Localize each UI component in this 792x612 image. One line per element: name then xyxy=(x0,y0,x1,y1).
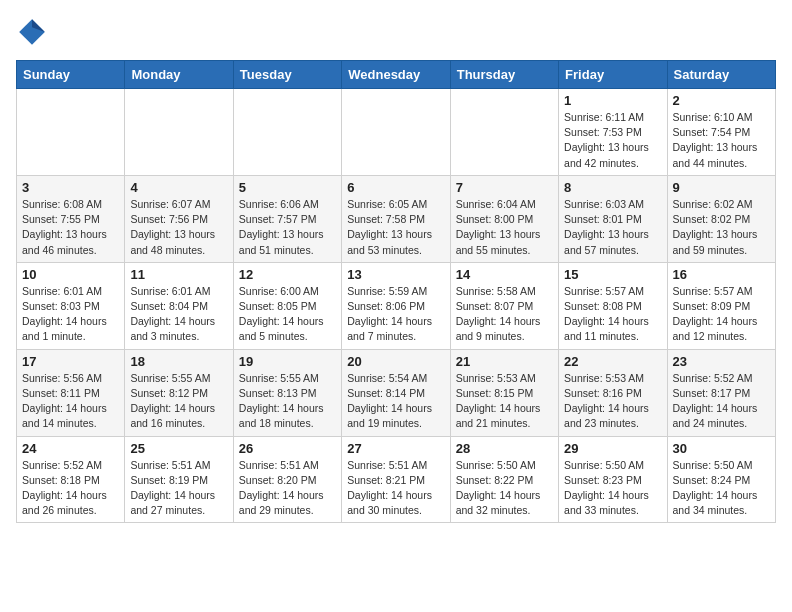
calendar-cell: 10Sunrise: 6:01 AM Sunset: 8:03 PM Dayli… xyxy=(17,262,125,349)
calendar-cell: 5Sunrise: 6:06 AM Sunset: 7:57 PM Daylig… xyxy=(233,175,341,262)
calendar-cell: 12Sunrise: 6:00 AM Sunset: 8:05 PM Dayli… xyxy=(233,262,341,349)
day-number: 15 xyxy=(564,267,661,282)
day-number: 9 xyxy=(673,180,770,195)
calendar-cell: 13Sunrise: 5:59 AM Sunset: 8:06 PM Dayli… xyxy=(342,262,450,349)
calendar-cell: 6Sunrise: 6:05 AM Sunset: 7:58 PM Daylig… xyxy=(342,175,450,262)
weekday-header-saturday: Saturday xyxy=(667,61,775,89)
day-info: Sunrise: 5:50 AM Sunset: 8:23 PM Dayligh… xyxy=(564,458,661,519)
day-number: 14 xyxy=(456,267,553,282)
day-number: 17 xyxy=(22,354,119,369)
day-info: Sunrise: 5:55 AM Sunset: 8:13 PM Dayligh… xyxy=(239,371,336,432)
day-info: Sunrise: 5:55 AM Sunset: 8:12 PM Dayligh… xyxy=(130,371,227,432)
day-number: 2 xyxy=(673,93,770,108)
calendar-cell: 30Sunrise: 5:50 AM Sunset: 8:24 PM Dayli… xyxy=(667,436,775,523)
calendar-cell: 29Sunrise: 5:50 AM Sunset: 8:23 PM Dayli… xyxy=(559,436,667,523)
weekday-header-row: SundayMondayTuesdayWednesdayThursdayFrid… xyxy=(17,61,776,89)
day-number: 10 xyxy=(22,267,119,282)
calendar-cell: 15Sunrise: 5:57 AM Sunset: 8:08 PM Dayli… xyxy=(559,262,667,349)
day-info: Sunrise: 6:11 AM Sunset: 7:53 PM Dayligh… xyxy=(564,110,661,171)
day-number: 23 xyxy=(673,354,770,369)
day-info: Sunrise: 5:50 AM Sunset: 8:24 PM Dayligh… xyxy=(673,458,770,519)
calendar-cell: 3Sunrise: 6:08 AM Sunset: 7:55 PM Daylig… xyxy=(17,175,125,262)
calendar-cell: 26Sunrise: 5:51 AM Sunset: 8:20 PM Dayli… xyxy=(233,436,341,523)
day-number: 18 xyxy=(130,354,227,369)
day-info: Sunrise: 5:54 AM Sunset: 8:14 PM Dayligh… xyxy=(347,371,444,432)
calendar-cell: 19Sunrise: 5:55 AM Sunset: 8:13 PM Dayli… xyxy=(233,349,341,436)
calendar-cell: 9Sunrise: 6:02 AM Sunset: 8:02 PM Daylig… xyxy=(667,175,775,262)
weekday-header-friday: Friday xyxy=(559,61,667,89)
day-number: 28 xyxy=(456,441,553,456)
day-info: Sunrise: 5:53 AM Sunset: 8:15 PM Dayligh… xyxy=(456,371,553,432)
logo-icon xyxy=(16,16,48,48)
calendar-cell: 7Sunrise: 6:04 AM Sunset: 8:00 PM Daylig… xyxy=(450,175,558,262)
day-info: Sunrise: 5:52 AM Sunset: 8:18 PM Dayligh… xyxy=(22,458,119,519)
day-info: Sunrise: 5:59 AM Sunset: 8:06 PM Dayligh… xyxy=(347,284,444,345)
calendar-cell: 14Sunrise: 5:58 AM Sunset: 8:07 PM Dayli… xyxy=(450,262,558,349)
day-info: Sunrise: 5:51 AM Sunset: 8:19 PM Dayligh… xyxy=(130,458,227,519)
day-info: Sunrise: 6:06 AM Sunset: 7:57 PM Dayligh… xyxy=(239,197,336,258)
calendar-cell: 18Sunrise: 5:55 AM Sunset: 8:12 PM Dayli… xyxy=(125,349,233,436)
day-info: Sunrise: 5:57 AM Sunset: 8:09 PM Dayligh… xyxy=(673,284,770,345)
day-info: Sunrise: 6:00 AM Sunset: 8:05 PM Dayligh… xyxy=(239,284,336,345)
day-number: 30 xyxy=(673,441,770,456)
day-number: 16 xyxy=(673,267,770,282)
day-info: Sunrise: 5:51 AM Sunset: 8:20 PM Dayligh… xyxy=(239,458,336,519)
week-row-1: 1Sunrise: 6:11 AM Sunset: 7:53 PM Daylig… xyxy=(17,89,776,176)
day-info: Sunrise: 5:53 AM Sunset: 8:16 PM Dayligh… xyxy=(564,371,661,432)
calendar-cell: 27Sunrise: 5:51 AM Sunset: 8:21 PM Dayli… xyxy=(342,436,450,523)
day-info: Sunrise: 6:02 AM Sunset: 8:02 PM Dayligh… xyxy=(673,197,770,258)
calendar-cell: 16Sunrise: 5:57 AM Sunset: 8:09 PM Dayli… xyxy=(667,262,775,349)
calendar-cell xyxy=(125,89,233,176)
calendar-cell: 22Sunrise: 5:53 AM Sunset: 8:16 PM Dayli… xyxy=(559,349,667,436)
day-number: 26 xyxy=(239,441,336,456)
day-info: Sunrise: 6:07 AM Sunset: 7:56 PM Dayligh… xyxy=(130,197,227,258)
day-info: Sunrise: 5:52 AM Sunset: 8:17 PM Dayligh… xyxy=(673,371,770,432)
day-info: Sunrise: 5:50 AM Sunset: 8:22 PM Dayligh… xyxy=(456,458,553,519)
day-number: 25 xyxy=(130,441,227,456)
week-row-3: 10Sunrise: 6:01 AM Sunset: 8:03 PM Dayli… xyxy=(17,262,776,349)
day-info: Sunrise: 5:56 AM Sunset: 8:11 PM Dayligh… xyxy=(22,371,119,432)
day-number: 6 xyxy=(347,180,444,195)
calendar-cell: 1Sunrise: 6:11 AM Sunset: 7:53 PM Daylig… xyxy=(559,89,667,176)
calendar-cell xyxy=(233,89,341,176)
weekday-header-thursday: Thursday xyxy=(450,61,558,89)
day-info: Sunrise: 5:58 AM Sunset: 8:07 PM Dayligh… xyxy=(456,284,553,345)
logo xyxy=(16,16,52,48)
week-row-4: 17Sunrise: 5:56 AM Sunset: 8:11 PM Dayli… xyxy=(17,349,776,436)
weekday-header-wednesday: Wednesday xyxy=(342,61,450,89)
week-row-5: 24Sunrise: 5:52 AM Sunset: 8:18 PM Dayli… xyxy=(17,436,776,523)
day-number: 1 xyxy=(564,93,661,108)
calendar-cell: 28Sunrise: 5:50 AM Sunset: 8:22 PM Dayli… xyxy=(450,436,558,523)
day-number: 3 xyxy=(22,180,119,195)
calendar-cell: 4Sunrise: 6:07 AM Sunset: 7:56 PM Daylig… xyxy=(125,175,233,262)
day-info: Sunrise: 5:57 AM Sunset: 8:08 PM Dayligh… xyxy=(564,284,661,345)
day-number: 11 xyxy=(130,267,227,282)
calendar-cell xyxy=(342,89,450,176)
weekday-header-sunday: Sunday xyxy=(17,61,125,89)
day-info: Sunrise: 6:01 AM Sunset: 8:04 PM Dayligh… xyxy=(130,284,227,345)
day-number: 29 xyxy=(564,441,661,456)
calendar: SundayMondayTuesdayWednesdayThursdayFrid… xyxy=(16,60,776,523)
day-info: Sunrise: 6:05 AM Sunset: 7:58 PM Dayligh… xyxy=(347,197,444,258)
calendar-cell: 11Sunrise: 6:01 AM Sunset: 8:04 PM Dayli… xyxy=(125,262,233,349)
day-number: 8 xyxy=(564,180,661,195)
day-number: 5 xyxy=(239,180,336,195)
calendar-cell: 8Sunrise: 6:03 AM Sunset: 8:01 PM Daylig… xyxy=(559,175,667,262)
calendar-cell: 20Sunrise: 5:54 AM Sunset: 8:14 PM Dayli… xyxy=(342,349,450,436)
day-info: Sunrise: 6:08 AM Sunset: 7:55 PM Dayligh… xyxy=(22,197,119,258)
day-number: 12 xyxy=(239,267,336,282)
weekday-header-tuesday: Tuesday xyxy=(233,61,341,89)
day-number: 24 xyxy=(22,441,119,456)
weekday-header-monday: Monday xyxy=(125,61,233,89)
day-info: Sunrise: 6:01 AM Sunset: 8:03 PM Dayligh… xyxy=(22,284,119,345)
day-number: 4 xyxy=(130,180,227,195)
calendar-cell xyxy=(17,89,125,176)
day-info: Sunrise: 6:03 AM Sunset: 8:01 PM Dayligh… xyxy=(564,197,661,258)
page-header xyxy=(16,16,776,48)
calendar-cell: 23Sunrise: 5:52 AM Sunset: 8:17 PM Dayli… xyxy=(667,349,775,436)
day-number: 7 xyxy=(456,180,553,195)
day-info: Sunrise: 5:51 AM Sunset: 8:21 PM Dayligh… xyxy=(347,458,444,519)
calendar-cell: 2Sunrise: 6:10 AM Sunset: 7:54 PM Daylig… xyxy=(667,89,775,176)
day-info: Sunrise: 6:10 AM Sunset: 7:54 PM Dayligh… xyxy=(673,110,770,171)
day-number: 13 xyxy=(347,267,444,282)
